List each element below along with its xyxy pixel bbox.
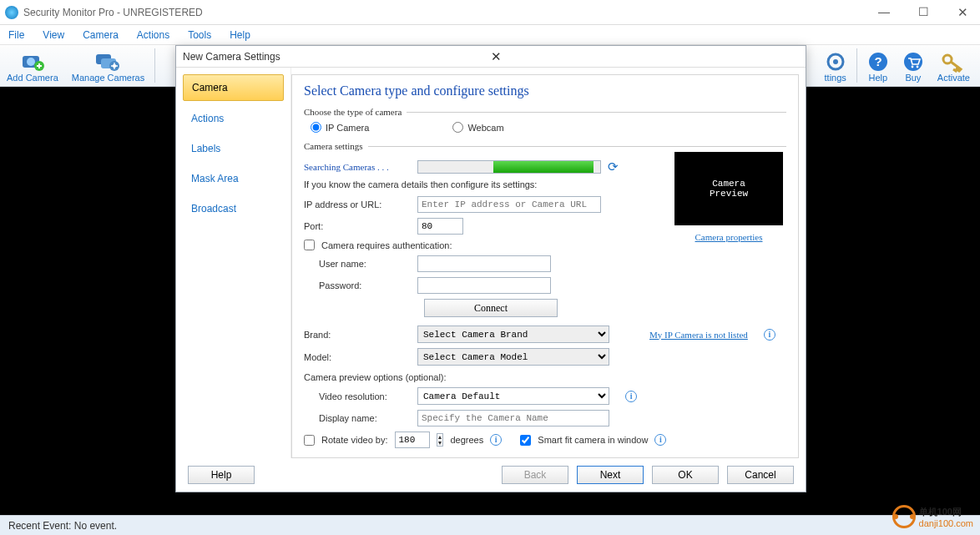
menu-tools[interactable]: Tools bbox=[188, 29, 211, 41]
watermark-url: danji100.com bbox=[919, 518, 973, 528]
radio-webcam-input[interactable] bbox=[452, 122, 463, 133]
activate-label: Activate bbox=[937, 73, 970, 83]
search-progress bbox=[417, 160, 601, 174]
nav-actions[interactable]: Actions bbox=[183, 106, 284, 131]
dialog-panel: Select Camera type and configure setting… bbox=[291, 74, 799, 458]
display-name-input[interactable] bbox=[417, 410, 609, 426]
brand-select[interactable]: Select Camera Brand bbox=[417, 326, 609, 343]
user-input[interactable] bbox=[417, 255, 551, 272]
new-camera-dialog: New Camera Settings ✕ Camera Actions Lab… bbox=[175, 45, 806, 492]
settings-label: ttings bbox=[825, 73, 846, 83]
menu-file[interactable]: File bbox=[8, 29, 24, 41]
watermark-cn: 单机100网 bbox=[919, 507, 962, 517]
menu-help[interactable]: Help bbox=[230, 29, 250, 41]
key-icon bbox=[940, 51, 967, 73]
activate-button[interactable]: Activate bbox=[931, 49, 977, 86]
not-listed-link[interactable]: My IP Camera is not listed bbox=[649, 330, 748, 340]
dialog-close-icon[interactable]: ✕ bbox=[487, 49, 799, 64]
model-label: Model: bbox=[304, 352, 411, 362]
dialog-titlebar: New Camera Settings ✕ bbox=[176, 46, 806, 68]
nav-mask-area[interactable]: Mask Area bbox=[183, 166, 284, 191]
radio-webcam[interactable]: Webcam bbox=[452, 122, 503, 133]
help-button[interactable]: ? Help bbox=[861, 49, 896, 86]
preview-options-label: Camera preview options (optional): bbox=[304, 372, 786, 382]
camera-type-legend: Choose the type of camera bbox=[304, 107, 407, 117]
cancel-button[interactable]: Cancel bbox=[727, 466, 794, 484]
window-title: Security Monitor Pro - UNREGISTERED bbox=[23, 7, 871, 18]
svg-point-1 bbox=[27, 58, 35, 66]
window-maximize[interactable]: ☐ bbox=[912, 3, 936, 22]
ip-input[interactable] bbox=[417, 196, 601, 213]
svg-text:?: ? bbox=[874, 54, 881, 68]
manage-cameras-button[interactable]: Manage Cameras bbox=[65, 49, 151, 86]
help-button[interactable]: Help bbox=[188, 466, 255, 484]
camera-manage-icon bbox=[94, 51, 121, 73]
info-icon[interactable]: i bbox=[654, 434, 666, 446]
refresh-icon[interactable]: ⟳ bbox=[608, 159, 619, 174]
smartfit-checkbox[interactable] bbox=[520, 435, 531, 446]
svg-point-8 bbox=[833, 59, 838, 64]
pass-label: Password: bbox=[304, 280, 411, 290]
toolbar-separator bbox=[154, 48, 155, 83]
searching-label: Searching Cameras . . . bbox=[304, 162, 411, 172]
radio-ip-input[interactable] bbox=[311, 122, 321, 133]
panel-heading: Select Camera type and configure setting… bbox=[304, 83, 786, 98]
nav-labels[interactable]: Labels bbox=[183, 136, 284, 161]
menu-camera[interactable]: Camera bbox=[83, 29, 119, 41]
camera-settings-legend: Camera settings bbox=[304, 141, 368, 151]
menu-actions[interactable]: Actions bbox=[137, 29, 169, 41]
auth-checkbox[interactable] bbox=[304, 240, 315, 250]
svg-point-13 bbox=[916, 66, 918, 68]
rotate-checkbox[interactable] bbox=[304, 435, 315, 446]
add-camera-label: Add Camera bbox=[7, 73, 58, 83]
buy-label: Buy bbox=[905, 73, 921, 83]
resolution-select[interactable]: Camera Default bbox=[417, 387, 609, 405]
dialog-footer: Help Back Next OK Cancel bbox=[176, 458, 806, 492]
model-select[interactable]: Select Camera Model bbox=[417, 348, 609, 366]
pass-input[interactable] bbox=[417, 277, 551, 294]
auth-label: Camera requires authentication: bbox=[321, 240, 452, 250]
rotate-spinner[interactable]: ▲▼ bbox=[437, 433, 444, 447]
resolution-label: Video resolution: bbox=[304, 391, 411, 401]
camera-preview: Camera Preview bbox=[674, 152, 783, 225]
settings-button[interactable]: ttings bbox=[818, 49, 853, 86]
help-icon: ? bbox=[867, 51, 889, 73]
gear-icon bbox=[825, 51, 846, 73]
add-camera-button[interactable]: Add Camera bbox=[0, 49, 65, 86]
rotate-input[interactable] bbox=[395, 432, 430, 448]
smartfit-label: Smart fit camera in window bbox=[538, 435, 648, 445]
status-text: Recent Event: No event. bbox=[8, 520, 117, 532]
rotate-label: Rotate video by: bbox=[321, 435, 388, 445]
info-icon[interactable]: i bbox=[490, 434, 502, 446]
brand-label: Brand: bbox=[304, 330, 411, 340]
svg-point-14 bbox=[943, 55, 952, 63]
radio-ip-camera[interactable]: IP Camera bbox=[311, 122, 369, 133]
toolbar-separator bbox=[856, 48, 857, 83]
connect-button[interactable]: Connect bbox=[424, 299, 558, 317]
menubar: File View Camera Actions Tools Help bbox=[0, 25, 980, 45]
camera-type-group: Choose the type of camera IP Camera Webc… bbox=[304, 107, 786, 133]
port-input[interactable] bbox=[417, 218, 463, 235]
user-label: User name: bbox=[304, 259, 411, 269]
titlebar: Security Monitor Pro - UNREGISTERED — ☐ … bbox=[0, 0, 980, 25]
port-label: Port: bbox=[304, 221, 411, 231]
camera-add-icon bbox=[19, 51, 46, 73]
back-button: Back bbox=[502, 466, 568, 484]
window-close[interactable]: ✕ bbox=[951, 3, 975, 22]
menu-view[interactable]: View bbox=[43, 29, 64, 41]
ok-button[interactable]: OK bbox=[652, 466, 719, 484]
nav-broadcast[interactable]: Broadcast bbox=[183, 196, 284, 221]
camera-preview-area: Camera Preview Camera properties bbox=[674, 152, 783, 242]
buy-button[interactable]: Buy bbox=[896, 49, 931, 86]
help-label: Help bbox=[869, 73, 888, 83]
degrees-label: degrees bbox=[450, 435, 483, 445]
info-icon[interactable]: i bbox=[625, 391, 637, 402]
ip-label: IP address or URL: bbox=[304, 199, 411, 209]
nav-camera[interactable]: Camera bbox=[183, 74, 284, 101]
app-icon bbox=[5, 6, 18, 19]
watermark-icon bbox=[892, 505, 916, 528]
info-icon[interactable]: i bbox=[764, 329, 775, 341]
camera-properties-link[interactable]: Camera properties bbox=[674, 232, 783, 242]
next-button[interactable]: Next bbox=[577, 466, 644, 484]
window-minimize[interactable]: — bbox=[871, 3, 897, 22]
